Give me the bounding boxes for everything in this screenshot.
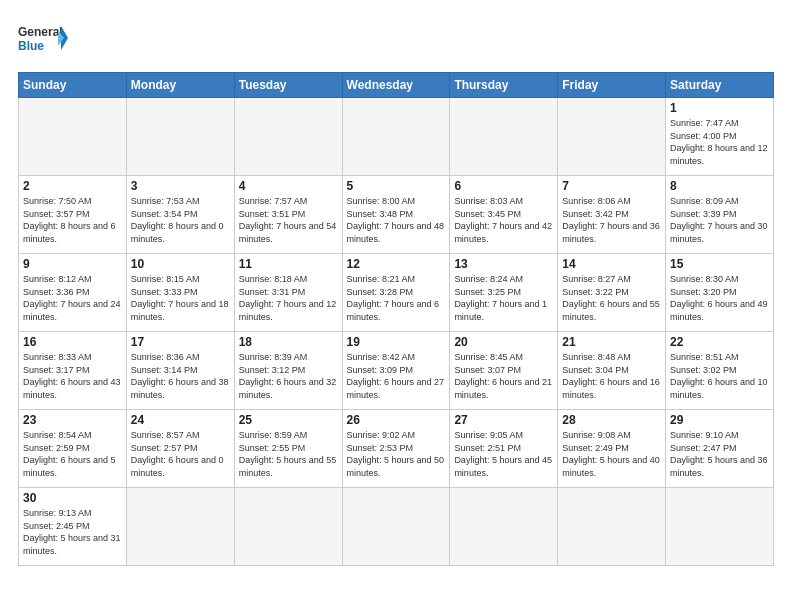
- day-info: Sunrise: 8:09 AM Sunset: 3:39 PM Dayligh…: [670, 195, 769, 245]
- calendar-cell: [558, 488, 666, 566]
- calendar-week-3: 16Sunrise: 8:33 AM Sunset: 3:17 PM Dayli…: [19, 332, 774, 410]
- calendar-cell: [342, 98, 450, 176]
- day-info: Sunrise: 9:05 AM Sunset: 2:51 PM Dayligh…: [454, 429, 553, 479]
- calendar-week-0: 1Sunrise: 7:47 AM Sunset: 4:00 PM Daylig…: [19, 98, 774, 176]
- day-info: Sunrise: 8:36 AM Sunset: 3:14 PM Dayligh…: [131, 351, 230, 401]
- calendar-cell: 30Sunrise: 9:13 AM Sunset: 2:45 PM Dayli…: [19, 488, 127, 566]
- day-info: Sunrise: 8:45 AM Sunset: 3:07 PM Dayligh…: [454, 351, 553, 401]
- day-info: Sunrise: 7:57 AM Sunset: 3:51 PM Dayligh…: [239, 195, 338, 245]
- day-info: Sunrise: 8:03 AM Sunset: 3:45 PM Dayligh…: [454, 195, 553, 245]
- day-number: 13: [454, 257, 553, 271]
- day-info: Sunrise: 8:18 AM Sunset: 3:31 PM Dayligh…: [239, 273, 338, 323]
- day-number: 4: [239, 179, 338, 193]
- weekday-row: SundayMondayTuesdayWednesdayThursdayFrid…: [19, 73, 774, 98]
- day-number: 16: [23, 335, 122, 349]
- day-info: Sunrise: 7:47 AM Sunset: 4:00 PM Dayligh…: [670, 117, 769, 167]
- calendar-cell: 15Sunrise: 8:30 AM Sunset: 3:20 PM Dayli…: [666, 254, 774, 332]
- day-info: Sunrise: 8:15 AM Sunset: 3:33 PM Dayligh…: [131, 273, 230, 323]
- day-number: 3: [131, 179, 230, 193]
- calendar-cell: 2Sunrise: 7:50 AM Sunset: 3:57 PM Daylig…: [19, 176, 127, 254]
- calendar-cell: 4Sunrise: 7:57 AM Sunset: 3:51 PM Daylig…: [234, 176, 342, 254]
- day-number: 1: [670, 101, 769, 115]
- calendar-cell: 24Sunrise: 8:57 AM Sunset: 2:57 PM Dayli…: [126, 410, 234, 488]
- calendar-cell: 12Sunrise: 8:21 AM Sunset: 3:28 PM Dayli…: [342, 254, 450, 332]
- day-number: 24: [131, 413, 230, 427]
- svg-text:General: General: [18, 25, 63, 39]
- weekday-header-thursday: Thursday: [450, 73, 558, 98]
- day-number: 30: [23, 491, 122, 505]
- calendar-cell: [450, 488, 558, 566]
- calendar-cell: 16Sunrise: 8:33 AM Sunset: 3:17 PM Dayli…: [19, 332, 127, 410]
- day-number: 12: [347, 257, 446, 271]
- day-info: Sunrise: 9:02 AM Sunset: 2:53 PM Dayligh…: [347, 429, 446, 479]
- calendar-cell: [450, 98, 558, 176]
- day-number: 25: [239, 413, 338, 427]
- calendar-header: SundayMondayTuesdayWednesdayThursdayFrid…: [19, 73, 774, 98]
- calendar-cell: 18Sunrise: 8:39 AM Sunset: 3:12 PM Dayli…: [234, 332, 342, 410]
- day-number: 18: [239, 335, 338, 349]
- day-number: 22: [670, 335, 769, 349]
- day-info: Sunrise: 8:51 AM Sunset: 3:02 PM Dayligh…: [670, 351, 769, 401]
- calendar-cell: 27Sunrise: 9:05 AM Sunset: 2:51 PM Dayli…: [450, 410, 558, 488]
- day-info: Sunrise: 8:57 AM Sunset: 2:57 PM Dayligh…: [131, 429, 230, 479]
- calendar-cell: 1Sunrise: 7:47 AM Sunset: 4:00 PM Daylig…: [666, 98, 774, 176]
- calendar-cell: 21Sunrise: 8:48 AM Sunset: 3:04 PM Dayli…: [558, 332, 666, 410]
- weekday-header-tuesday: Tuesday: [234, 73, 342, 98]
- logo: General Blue: [18, 18, 68, 62]
- calendar-cell: 11Sunrise: 8:18 AM Sunset: 3:31 PM Dayli…: [234, 254, 342, 332]
- calendar-cell: [126, 98, 234, 176]
- calendar-cell: 25Sunrise: 8:59 AM Sunset: 2:55 PM Dayli…: [234, 410, 342, 488]
- calendar-cell: 28Sunrise: 9:08 AM Sunset: 2:49 PM Dayli…: [558, 410, 666, 488]
- calendar-cell: 13Sunrise: 8:24 AM Sunset: 3:25 PM Dayli…: [450, 254, 558, 332]
- calendar-cell: [19, 98, 127, 176]
- calendar-cell: [558, 98, 666, 176]
- day-info: Sunrise: 7:53 AM Sunset: 3:54 PM Dayligh…: [131, 195, 230, 245]
- calendar-table: SundayMondayTuesdayWednesdayThursdayFrid…: [18, 72, 774, 566]
- calendar-cell: 23Sunrise: 8:54 AM Sunset: 2:59 PM Dayli…: [19, 410, 127, 488]
- page: General Blue SundayMondayTuesdayWednesda…: [0, 0, 792, 576]
- weekday-header-monday: Monday: [126, 73, 234, 98]
- calendar-week-1: 2Sunrise: 7:50 AM Sunset: 3:57 PM Daylig…: [19, 176, 774, 254]
- day-number: 28: [562, 413, 661, 427]
- calendar-cell: [666, 488, 774, 566]
- calendar-cell: [234, 98, 342, 176]
- calendar-week-4: 23Sunrise: 8:54 AM Sunset: 2:59 PM Dayli…: [19, 410, 774, 488]
- calendar-cell: [126, 488, 234, 566]
- day-info: Sunrise: 8:59 AM Sunset: 2:55 PM Dayligh…: [239, 429, 338, 479]
- calendar-cell: 9Sunrise: 8:12 AM Sunset: 3:36 PM Daylig…: [19, 254, 127, 332]
- day-info: Sunrise: 8:54 AM Sunset: 2:59 PM Dayligh…: [23, 429, 122, 479]
- day-info: Sunrise: 8:48 AM Sunset: 3:04 PM Dayligh…: [562, 351, 661, 401]
- calendar-cell: 17Sunrise: 8:36 AM Sunset: 3:14 PM Dayli…: [126, 332, 234, 410]
- day-info: Sunrise: 7:50 AM Sunset: 3:57 PM Dayligh…: [23, 195, 122, 245]
- day-number: 5: [347, 179, 446, 193]
- calendar-cell: 20Sunrise: 8:45 AM Sunset: 3:07 PM Dayli…: [450, 332, 558, 410]
- day-number: 15: [670, 257, 769, 271]
- day-info: Sunrise: 8:30 AM Sunset: 3:20 PM Dayligh…: [670, 273, 769, 323]
- day-number: 26: [347, 413, 446, 427]
- calendar-cell: 19Sunrise: 8:42 AM Sunset: 3:09 PM Dayli…: [342, 332, 450, 410]
- day-info: Sunrise: 9:13 AM Sunset: 2:45 PM Dayligh…: [23, 507, 122, 557]
- calendar-cell: 6Sunrise: 8:03 AM Sunset: 3:45 PM Daylig…: [450, 176, 558, 254]
- day-number: 20: [454, 335, 553, 349]
- weekday-header-wednesday: Wednesday: [342, 73, 450, 98]
- day-info: Sunrise: 9:10 AM Sunset: 2:47 PM Dayligh…: [670, 429, 769, 479]
- calendar-cell: 14Sunrise: 8:27 AM Sunset: 3:22 PM Dayli…: [558, 254, 666, 332]
- day-info: Sunrise: 8:27 AM Sunset: 3:22 PM Dayligh…: [562, 273, 661, 323]
- day-info: Sunrise: 8:33 AM Sunset: 3:17 PM Dayligh…: [23, 351, 122, 401]
- day-number: 2: [23, 179, 122, 193]
- header: General Blue: [18, 18, 774, 62]
- calendar-cell: 7Sunrise: 8:06 AM Sunset: 3:42 PM Daylig…: [558, 176, 666, 254]
- day-number: 14: [562, 257, 661, 271]
- day-info: Sunrise: 8:06 AM Sunset: 3:42 PM Dayligh…: [562, 195, 661, 245]
- logo-svg: General Blue: [18, 18, 68, 62]
- calendar-cell: 26Sunrise: 9:02 AM Sunset: 2:53 PM Dayli…: [342, 410, 450, 488]
- day-number: 19: [347, 335, 446, 349]
- calendar-body: 1Sunrise: 7:47 AM Sunset: 4:00 PM Daylig…: [19, 98, 774, 566]
- calendar-week-2: 9Sunrise: 8:12 AM Sunset: 3:36 PM Daylig…: [19, 254, 774, 332]
- day-number: 17: [131, 335, 230, 349]
- day-info: Sunrise: 8:42 AM Sunset: 3:09 PM Dayligh…: [347, 351, 446, 401]
- calendar-cell: 22Sunrise: 8:51 AM Sunset: 3:02 PM Dayli…: [666, 332, 774, 410]
- calendar-cell: 5Sunrise: 8:00 AM Sunset: 3:48 PM Daylig…: [342, 176, 450, 254]
- day-number: 29: [670, 413, 769, 427]
- day-number: 23: [23, 413, 122, 427]
